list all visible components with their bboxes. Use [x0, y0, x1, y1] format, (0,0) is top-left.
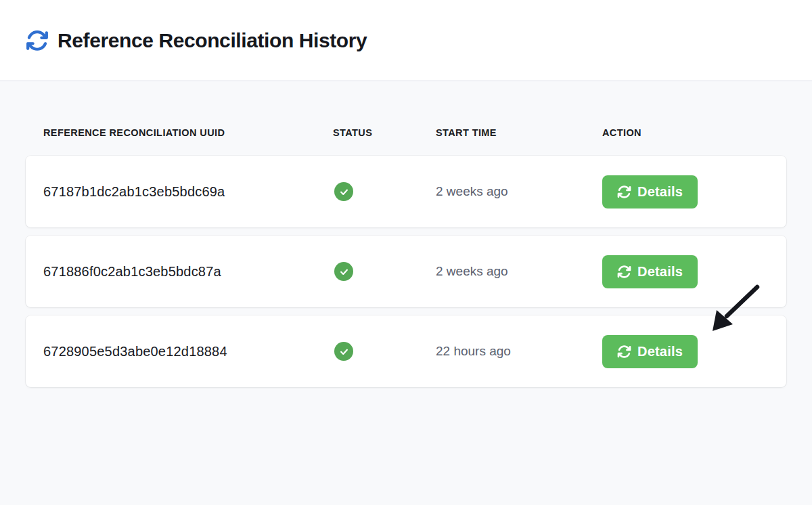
table-row: 671886f0c2ab1c3eb5bdc87a 2 weeks ago Det… [26, 236, 786, 307]
check-circle-icon [334, 262, 353, 281]
column-header-status: STATUS [333, 127, 436, 138]
check-circle-icon [334, 182, 353, 201]
start-time-value: 2 weeks ago [436, 264, 602, 279]
page-title: Reference Reconciliation History [58, 29, 367, 52]
uuid-value: 6728905e5d3abe0e12d18884 [43, 344, 333, 359]
column-header-start-time: START TIME [436, 127, 602, 138]
check-circle-icon [334, 342, 353, 361]
sync-icon [26, 29, 49, 52]
column-header-action: ACTION [602, 127, 769, 138]
table-header-row: REFERENCE RECONCILIATION UUID STATUS STA… [26, 127, 786, 138]
details-button-label: Details [637, 264, 683, 280]
details-button[interactable]: Details [602, 175, 698, 208]
table-row: 6728905e5d3abe0e12d18884 22 hours ago De… [26, 315, 786, 387]
details-button[interactable]: Details [602, 255, 698, 288]
start-time-value: 2 weeks ago [436, 184, 602, 199]
details-button-label: Details [637, 184, 683, 200]
details-button[interactable]: Details [602, 335, 698, 368]
reconciliation-history-table: REFERENCE RECONCILIATION UUID STATUS STA… [0, 127, 812, 387]
sync-icon [617, 185, 631, 199]
table-row: 67187b1dc2ab1c3eb5bdc69a 2 weeks ago Det… [26, 156, 786, 227]
sync-icon [617, 345, 631, 359]
details-button-label: Details [637, 344, 683, 359]
sync-icon [617, 265, 631, 279]
uuid-value: 671886f0c2ab1c3eb5bdc87a [43, 264, 333, 280]
topbar: Reference Reconciliation History [0, 0, 812, 81]
uuid-value: 67187b1dc2ab1c3eb5bdc69a [43, 184, 333, 200]
start-time-value: 22 hours ago [436, 344, 602, 359]
column-header-uuid: REFERENCE RECONCILIATION UUID [43, 127, 333, 138]
